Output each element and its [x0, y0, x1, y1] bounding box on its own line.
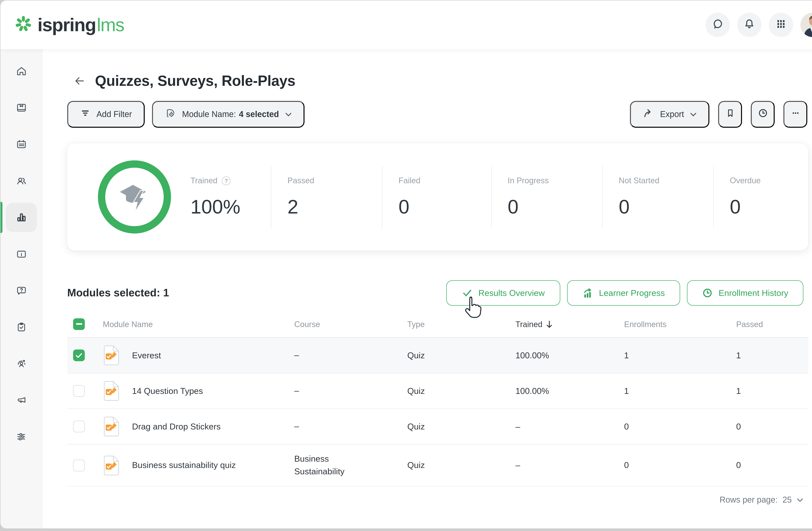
messages-button[interactable]: [706, 13, 730, 37]
module-name[interactable]: Business sustainability quiz: [132, 460, 236, 470]
quiz-icon: [103, 381, 119, 401]
enrollments-value: 1: [624, 386, 736, 396]
rows-per-page[interactable]: Rows per page: 25: [67, 495, 808, 505]
filter-icon: [80, 108, 91, 121]
sidebar-item-people[interactable]: [6, 166, 37, 196]
passed-value: 0: [736, 421, 808, 432]
trainings-person-icon: [15, 358, 27, 370]
chevron-down-icon: [285, 110, 292, 119]
add-filter-button[interactable]: Add Filter: [67, 101, 145, 128]
passed-value: 1: [736, 350, 808, 361]
stat-overdue: Overdue 0: [713, 166, 808, 228]
page-title: Quizzes, Surveys, Role-Plays: [95, 73, 295, 89]
type-value: Quiz: [407, 350, 516, 361]
sidebar-item-assignments[interactable]: [6, 313, 37, 342]
courses-book-icon: [15, 102, 27, 114]
course-value: –: [294, 385, 353, 397]
more-actions-button[interactable]: [783, 101, 807, 128]
user-avatar[interactable]: [800, 13, 812, 37]
chevron-down-icon: [690, 110, 697, 119]
export-icon: [643, 107, 654, 121]
logo-product: lms: [97, 14, 124, 35]
sidebar-item-info[interactable]: [6, 239, 37, 269]
module-filter-label: Module Name:: [182, 110, 236, 119]
cursor-pointer: [463, 296, 482, 320]
column-enrollments[interactable]: Enrollments: [624, 320, 736, 329]
people-icon: [15, 175, 27, 187]
header-actions: [706, 13, 812, 37]
stat-label: Overdue: [730, 176, 761, 185]
saved-reports-button[interactable]: [718, 101, 742, 128]
ispring-logo[interactable]: ispringlms: [14, 14, 124, 35]
modules-selected-count: 1: [163, 287, 169, 299]
row-checkbox[interactable]: [73, 460, 85, 471]
row-checkbox[interactable]: [73, 385, 85, 397]
sidebar-item-announcements[interactable]: [6, 386, 37, 415]
trained-value: 100.00%: [516, 386, 624, 396]
trained-value: –: [516, 421, 624, 432]
reports-chart-icon: [15, 212, 27, 223]
results-overview-label: Results Overview: [478, 288, 545, 298]
stat-value: 0: [398, 196, 491, 218]
notifications-button[interactable]: [737, 13, 762, 37]
back-button[interactable]: [74, 75, 85, 87]
selection-actions: Results Overview Learner Progress Enroll…: [446, 280, 803, 306]
type-value: Quiz: [407, 421, 516, 432]
clock-icon: [702, 288, 713, 298]
trained-value: –: [516, 460, 624, 470]
stat-failed: Failed 0: [382, 166, 491, 228]
top-bar: ispringlms: [0, 0, 812, 49]
stat-in-progress: In Progress 0: [491, 166, 602, 228]
sidebar-item-trainings[interactable]: [6, 349, 37, 378]
sidebar-item-home[interactable]: [6, 57, 37, 86]
progress-chart-icon: [582, 288, 593, 298]
stat-value: 0: [619, 196, 713, 218]
table-row[interactable]: Everest – Quiz 100.00% 1 1: [67, 338, 808, 373]
enrollments-value: 0: [624, 460, 736, 470]
summary-stats: Trained? 100% Passed 2 Failed 0 In Progr…: [190, 166, 808, 228]
active-indicator: [0, 202, 2, 233]
settings-sliders-icon: [15, 431, 27, 443]
select-all-checkbox[interactable]: [73, 318, 85, 330]
column-type[interactable]: Type: [407, 320, 516, 329]
column-passed[interactable]: Passed: [736, 320, 808, 329]
row-checkbox-checked[interactable]: [73, 349, 85, 361]
column-module-name[interactable]: Module Name: [103, 320, 294, 329]
export-button[interactable]: Export: [630, 101, 709, 128]
table-header: Module Name Course Type Trained Enrollme…: [67, 311, 808, 338]
stat-value: 0: [730, 196, 808, 218]
sidebar-item-reports[interactable]: [6, 203, 37, 232]
sidebar-item-questions[interactable]: [6, 276, 37, 305]
apps-button[interactable]: [769, 13, 793, 37]
module-name[interactable]: Drag and Drop Stickers: [132, 421, 221, 432]
help-icon[interactable]: ?: [222, 176, 231, 185]
table-row[interactable]: Drag and Drop Stickers – Quiz – 0 0: [67, 409, 808, 445]
course-value: Business Sustainability: [294, 453, 353, 477]
column-course[interactable]: Course: [294, 320, 407, 329]
megaphone-icon: [15, 394, 27, 406]
history-button[interactable]: [751, 101, 775, 128]
apps-grid-icon: [775, 17, 787, 32]
sidebar-item-calendar[interactable]: [6, 130, 37, 159]
logo-brand: ispring: [38, 14, 96, 35]
flower-logo-icon: [14, 15, 33, 35]
column-trained-sorted[interactable]: Trained: [516, 320, 624, 329]
stat-label: Not Started: [619, 176, 659, 185]
passed-value: 0: [736, 460, 808, 470]
row-checkbox[interactable]: [73, 421, 85, 432]
stat-value: 2: [288, 196, 382, 218]
sidebar-item-courses[interactable]: [6, 93, 37, 123]
sidebar-item-settings[interactable]: [6, 422, 37, 451]
module-name[interactable]: Everest: [132, 350, 161, 361]
module-name[interactable]: 14 Question Types: [132, 386, 203, 396]
sort-desc-icon: [546, 320, 553, 328]
table-row[interactable]: 14 Question Types – Quiz 100.00% 1 1: [67, 373, 808, 409]
bookmark-icon: [725, 108, 736, 121]
table-row[interactable]: Business sustainability quiz Business Su…: [67, 445, 808, 487]
rows-per-page-label: Rows per page:: [720, 495, 778, 505]
enrollments-value: 0: [624, 421, 736, 432]
enrollment-history-button[interactable]: Enrollment History: [687, 280, 803, 306]
module-name-filter[interactable]: Module Name: 4 selected: [152, 101, 304, 128]
learner-progress-button[interactable]: Learner Progress: [567, 280, 680, 306]
stat-label: Passed: [288, 176, 314, 185]
